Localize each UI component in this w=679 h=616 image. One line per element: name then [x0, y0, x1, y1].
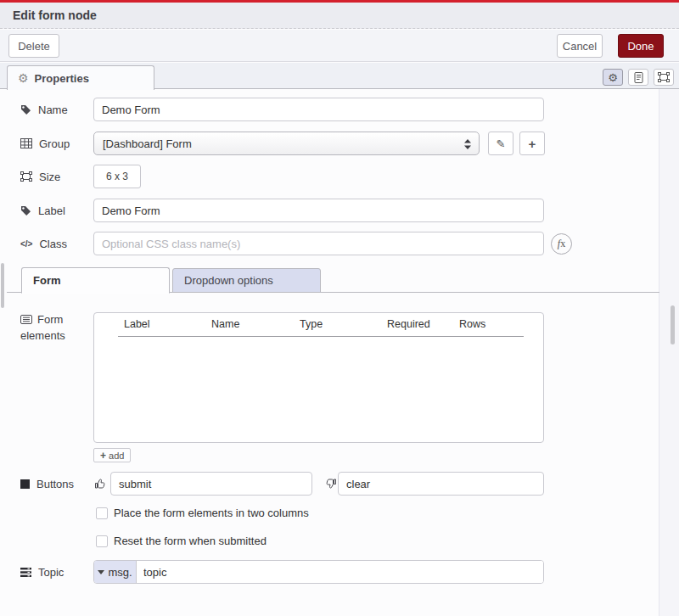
group-select[interactable]: [Dashboard] Form — [93, 132, 480, 155]
topic-typed-input: msg. — [93, 560, 544, 584]
reset-form-option: Reset the form when submitted — [96, 535, 267, 547]
object-group-icon — [20, 171, 32, 182]
thumbs-down-icon — [325, 478, 337, 490]
pencil-icon: ✎ — [497, 137, 506, 150]
tab-form-label: Form — [33, 274, 61, 287]
group-field-label: Group — [20, 132, 70, 155]
plus-icon: + — [529, 137, 536, 151]
form-elements-list[interactable]: Label Name Type Required Rows — [93, 312, 544, 443]
reset-form-checkbox[interactable] — [96, 535, 108, 547]
tab-dropdown-options-label: Dropdown options — [184, 274, 273, 287]
column-header-rows: Rows — [459, 318, 485, 330]
two-columns-label: Place the form elements in two columns — [114, 507, 309, 519]
chevron-down-icon — [98, 570, 104, 574]
edit-form-node-dialog: Edit form node Delete Cancel Done ⚙ Prop… — [0, 0, 679, 616]
description-mini-button[interactable] — [628, 69, 648, 86]
gear-icon: ⚙ — [18, 72, 29, 84]
reset-form-label: Reset the form when submitted — [114, 535, 267, 547]
class-input[interactable] — [93, 232, 544, 255]
plus-icon: + — [100, 450, 106, 462]
topic-input[interactable] — [137, 561, 543, 583]
left-scrollbar[interactable] — [1, 263, 4, 308]
dialog-header: Edit form node — [0, 3, 679, 29]
select-arrows-icon — [464, 139, 471, 149]
column-header-label: Label — [124, 318, 150, 330]
column-header-name: Name — [211, 318, 239, 330]
editor-tab-bar: ⚙ Properties ⚙ — [0, 63, 679, 89]
gear-icon: ⚙ — [608, 72, 618, 83]
group-select-value: [Dashboard] Form — [103, 137, 192, 150]
dialog-title: Edit form node — [13, 8, 97, 22]
cancel-button-label: Cancel — [563, 40, 597, 53]
name-field-label: Name — [20, 98, 68, 121]
topic-type-label: msg. — [108, 566, 132, 579]
tab-properties[interactable]: ⚙ Properties — [7, 65, 154, 90]
done-button[interactable]: Done — [618, 34, 664, 58]
cancel-button[interactable]: Cancel — [557, 34, 603, 58]
dialog-button-bar: Delete Cancel Done — [0, 30, 679, 62]
properties-panel: Name Group [Dashboard] Form ✎ + — [0, 89, 679, 616]
right-scrollbar[interactable] — [671, 305, 675, 344]
submit-button-text-input[interactable] — [110, 472, 312, 496]
fx-button[interactable]: fx — [551, 233, 572, 255]
label-field-label: Label — [20, 199, 65, 222]
topic-type-button[interactable]: msg. — [94, 561, 137, 583]
square-icon — [20, 479, 30, 489]
scroll-gutter — [659, 89, 679, 616]
tab-dropdown-options[interactable]: Dropdown options — [172, 268, 321, 293]
form-elements-label: Form elements — [20, 311, 88, 344]
edit-group-button[interactable]: ✎ — [488, 132, 513, 155]
name-input[interactable] — [93, 98, 544, 121]
column-header-required: Required — [387, 318, 430, 330]
two-columns-checkbox[interactable] — [96, 507, 108, 519]
topic-field-label: Topic — [20, 560, 64, 584]
buttons-field-label: Buttons — [20, 472, 74, 496]
tag-icon — [20, 104, 31, 115]
document-icon — [634, 72, 643, 83]
tab-form[interactable]: Form — [21, 267, 170, 294]
size-value: 6 x 3 — [106, 171, 128, 182]
done-button-label: Done — [627, 40, 654, 53]
add-element-button[interactable]: + add — [93, 448, 131, 462]
size-button[interactable]: 6 x 3 — [93, 165, 141, 188]
clear-button-text-input[interactable] — [338, 472, 544, 496]
tab-properties-label: Properties — [35, 72, 89, 85]
two-columns-option: Place the form elements in two columns — [96, 507, 309, 519]
table-icon — [20, 138, 32, 148]
class-field-label: </> Class — [20, 232, 67, 255]
tag-icon — [20, 205, 31, 216]
label-input[interactable] — [93, 199, 544, 222]
add-group-button[interactable]: + — [519, 132, 545, 155]
form-subtabs: Form Dropdown options — [7, 267, 659, 293]
delete-button-label: Delete — [18, 40, 50, 53]
delete-button[interactable]: Delete — [8, 34, 59, 58]
code-icon: </> — [20, 239, 32, 249]
size-field-label: Size — [20, 165, 60, 188]
list-alt-icon — [20, 315, 32, 324]
header-divider — [118, 336, 524, 337]
add-element-label: add — [109, 451, 124, 461]
column-header-type: Type — [300, 318, 323, 330]
thumbs-up-icon — [94, 478, 106, 490]
appearance-mini-button[interactable] — [654, 69, 674, 86]
tasks-icon — [20, 568, 31, 577]
object-group-icon — [658, 72, 670, 82]
properties-mini-button[interactable]: ⚙ — [603, 69, 623, 86]
